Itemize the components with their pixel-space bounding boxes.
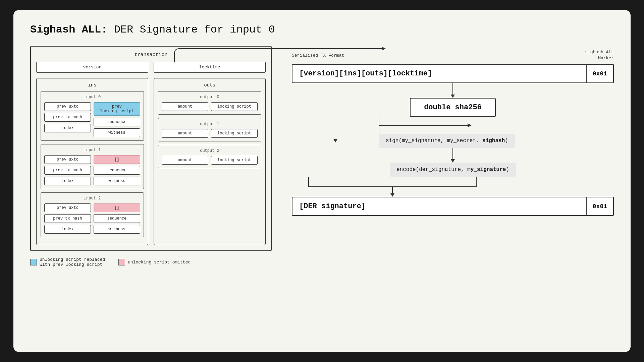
input-2-inner: prev uxto prev tx hash index [] sequence… bbox=[44, 203, 140, 234]
sighash-marker-label: sighash ALLMarker bbox=[585, 49, 614, 61]
legend: unlocking script replacedwith prev locki… bbox=[30, 257, 272, 267]
sign-label: sign(my_signature, my_secret, bbox=[386, 138, 482, 144]
flow-diagram: Serialised TX Format sighash ALLMarker [… bbox=[292, 46, 614, 216]
flow-node-2-main: [DER signature] bbox=[292, 197, 586, 215]
output-0-locking-script: locking script bbox=[211, 102, 258, 111]
legend-blue-label: unlocking script replacedwith prev locki… bbox=[40, 257, 105, 267]
sign-process-box: sign(my_signature, my_secret, sighash) bbox=[379, 134, 614, 148]
input-1-label: input 1 bbox=[44, 148, 140, 153]
flow-node-1-badge: 0x01 bbox=[586, 65, 613, 82]
encode-row: encode(der_signature, my_signature) bbox=[292, 163, 614, 177]
input-1-locking-script: [] bbox=[94, 155, 140, 164]
sign-arrow-down bbox=[292, 139, 379, 142]
input-2-locking-script: [] bbox=[94, 203, 140, 212]
input-1-right: [] sequence witness bbox=[94, 155, 140, 185]
input-0-locking-script: prevlocking script bbox=[94, 102, 140, 116]
encode-bold: my_signature bbox=[467, 167, 506, 173]
arrow-1 bbox=[292, 83, 614, 98]
output-1-amount: amount bbox=[162, 129, 208, 138]
sign-box: sign(my_signature, my_secret, sighash) bbox=[379, 134, 515, 148]
input-0-label: input 0 bbox=[44, 95, 140, 100]
content-area: transaction version locktime ins input 0 bbox=[30, 46, 614, 267]
input-2-prev-tx-hash: prev tx hash bbox=[44, 214, 91, 223]
flow-node-2-badge: 0x01 bbox=[586, 197, 613, 215]
output-1-locking-script: locking script bbox=[211, 129, 258, 138]
arrow-2 bbox=[292, 148, 614, 163]
input-block-2: input 2 prev uxto prev tx hash index [] … bbox=[41, 192, 144, 237]
output-0-amount: amount bbox=[162, 102, 208, 111]
legend-blue-item: unlocking script replacedwith prev locki… bbox=[30, 257, 105, 267]
input-2-label: input 2 bbox=[44, 196, 140, 201]
branch-arrow-1 bbox=[292, 117, 614, 134]
encode-end: ) bbox=[506, 167, 509, 173]
double-sha256-box: double sha256 bbox=[410, 98, 496, 117]
sha256-row: double sha256 bbox=[292, 98, 614, 117]
input-0-index: index bbox=[44, 124, 91, 132]
flow-node-2: [DER signature] 0x01 bbox=[292, 197, 614, 216]
sign-row: sign(my_signature, my_secret, sighash) bbox=[292, 134, 614, 148]
input-1-sequence: sequence bbox=[94, 166, 140, 175]
tx-top-row: version locktime bbox=[36, 62, 266, 73]
input-2-prev-uxto: prev uxto bbox=[44, 203, 91, 212]
main-card: Sighash ALL: DER Signature for input 0 t… bbox=[13, 10, 631, 352]
input-0-sequence: sequence bbox=[94, 118, 140, 126]
input-1-inner: prev uxto prev tx hash index [] sequence… bbox=[44, 155, 140, 185]
output-0-label: output 0 bbox=[162, 95, 258, 100]
flow-labels-row: Serialised TX Format sighash ALLMarker bbox=[292, 49, 614, 61]
encode-label: encode(der_signature, bbox=[396, 167, 467, 173]
output-2-label: output 2 bbox=[162, 148, 258, 153]
arrow-1-svg bbox=[449, 83, 456, 98]
serialized-label: Serialised TX Format bbox=[292, 53, 344, 58]
input-0-witness: witness bbox=[94, 128, 140, 137]
outs-box: outs output 0 amount locking script outp… bbox=[154, 78, 266, 245]
input-1-witness: witness bbox=[94, 177, 140, 185]
input-0-prev-uxto: prev uxto bbox=[44, 102, 91, 111]
output-1-row: amount locking script bbox=[162, 129, 258, 138]
outs-label: outs bbox=[158, 82, 261, 88]
input-0-left: prev uxto prev tx hash index bbox=[44, 102, 91, 137]
input-2-left: prev uxto prev tx hash index bbox=[44, 203, 91, 234]
output-2-row: amount locking script bbox=[162, 156, 258, 165]
input-block-1: input 1 prev uxto prev tx hash index [] … bbox=[41, 144, 144, 189]
encode-box: encode(der_signature, my_signature) bbox=[390, 163, 516, 177]
title-normal: DER Signature for input 0 bbox=[114, 23, 275, 36]
output-2-amount: amount bbox=[162, 156, 208, 165]
title-bold: Sighash ALL: bbox=[30, 23, 107, 36]
arrow-2-svg bbox=[449, 148, 456, 163]
input-1-prev-tx-hash: prev tx hash bbox=[44, 166, 91, 175]
input-1-index: index bbox=[44, 177, 91, 185]
input-1-left: prev uxto prev tx hash index bbox=[44, 155, 91, 185]
output-0-row: amount locking script bbox=[162, 102, 258, 111]
sign-bold: sighash bbox=[482, 138, 505, 144]
output-block-0: output 0 amount locking script bbox=[158, 91, 261, 115]
sign-arrow-down-svg bbox=[332, 139, 339, 142]
legend-pink-swatch bbox=[118, 259, 125, 265]
input-0-prev-tx-hash: prev tx hash bbox=[44, 113, 91, 122]
flow-node-1-main: [version][ins][outs][locktime] bbox=[292, 65, 586, 82]
input-2-witness: witness bbox=[94, 225, 140, 234]
sign-end: ) bbox=[505, 138, 508, 144]
output-2-locking-script: locking script bbox=[211, 156, 258, 165]
svg-marker-8 bbox=[451, 159, 455, 163]
bracket-svg bbox=[292, 177, 614, 197]
input-block-0: input 0 prev uxto prev tx hash index pre… bbox=[41, 91, 144, 141]
svg-marker-2 bbox=[451, 95, 455, 98]
output-1-label: output 1 bbox=[162, 122, 258, 126]
flow-node-1: [version][ins][outs][locktime] 0x01 bbox=[292, 64, 614, 83]
bracket-arrow bbox=[292, 177, 614, 197]
input-2-index: index bbox=[44, 225, 91, 234]
svg-marker-13 bbox=[390, 193, 394, 197]
input-2-right: [] sequence witness bbox=[94, 203, 140, 234]
tx-diagram: transaction version locktime ins input 0 bbox=[30, 46, 272, 267]
input-0-right: prevlocking script sequence witness bbox=[94, 102, 140, 137]
page-title: Sighash ALL: DER Signature for input 0 bbox=[30, 23, 614, 36]
legend-pink-item: unlocking script omitted bbox=[118, 259, 191, 265]
input-2-sequence: sequence bbox=[94, 214, 140, 223]
branch-arrow-svg bbox=[292, 117, 614, 134]
tx-body: ins input 0 prev uxto prev tx hash index bbox=[36, 78, 266, 245]
svg-marker-6 bbox=[333, 139, 337, 142]
transaction-box: transaction version locktime ins input 0 bbox=[30, 46, 272, 251]
legend-pink-label: unlocking script omitted bbox=[128, 260, 191, 265]
ins-box: ins input 0 prev uxto prev tx hash index bbox=[36, 78, 148, 245]
output-block-2: output 2 amount locking script bbox=[158, 145, 261, 168]
